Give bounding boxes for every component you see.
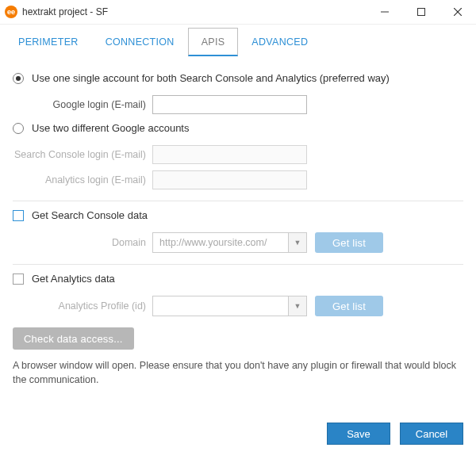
analytics-profile-value: [152, 296, 288, 316]
get-list-analytics-button[interactable]: Get list: [315, 296, 383, 316]
sc-login-label: Search Console login (E-mail): [13, 149, 152, 160]
domain-combo-value: http://www.yoursite.com/: [152, 232, 288, 253]
analytics-login-input[interactable]: [152, 170, 307, 189]
domain-label: Domain: [13, 237, 152, 248]
titlebar: ee hextrakt project - SF: [0, 0, 476, 25]
domain-combo[interactable]: http://www.yoursite.com/ ▼: [152, 232, 307, 253]
analytics-profile-label: Analytics Profile (id): [13, 300, 152, 312]
maximize-button[interactable]: [403, 0, 440, 25]
tab-connection[interactable]: CONNECTION: [92, 28, 188, 56]
checkbox-search-console[interactable]: [13, 210, 24, 221]
google-login-input[interactable]: [152, 95, 307, 114]
checkbox-search-console-label: Get Search Console data: [32, 209, 148, 221]
check-data-access-button[interactable]: Check data access...: [13, 327, 134, 350]
checkbox-analytics[interactable]: [13, 273, 24, 285]
window-title: hextrakt project - SF: [22, 6, 108, 17]
analytics-profile-combo[interactable]: ▼: [152, 296, 307, 316]
cancel-button[interactable]: Cancel: [400, 423, 463, 445]
note-text: A browser window will open. Please ensur…: [13, 359, 463, 387]
minimize-button[interactable]: [367, 0, 403, 25]
get-list-sc-button[interactable]: Get list: [315, 232, 383, 253]
save-button[interactable]: Save: [327, 423, 390, 445]
divider: [13, 264, 463, 265]
svg-rect-1: [418, 9, 425, 16]
divider: [13, 201, 463, 201]
tab-perimeter[interactable]: PERIMETER: [5, 28, 92, 56]
tab-advanced[interactable]: ADVANCED: [238, 28, 321, 56]
chevron-down-icon[interactable]: ▼: [288, 296, 307, 316]
google-login-label: Google login (E-mail): [13, 99, 152, 110]
close-button[interactable]: [440, 0, 476, 25]
tab-bar: PERIMETER CONNECTION APIS ADVANCED: [0, 25, 476, 56]
sc-login-input[interactable]: [152, 145, 307, 164]
app-icon: ee: [5, 6, 17, 18]
chevron-down-icon[interactable]: ▼: [288, 232, 307, 253]
radio-single-account-label: Use one single account for both Search C…: [32, 72, 390, 84]
tab-apis[interactable]: APIS: [188, 28, 239, 56]
radio-single-account[interactable]: [13, 73, 24, 84]
checkbox-analytics-label: Get Analytics data: [32, 273, 115, 285]
radio-two-accounts[interactable]: [13, 123, 24, 134]
analytics-login-label: Analytics login (E-mail): [13, 174, 152, 186]
radio-two-accounts-label: Use two different Google accounts: [32, 122, 190, 134]
